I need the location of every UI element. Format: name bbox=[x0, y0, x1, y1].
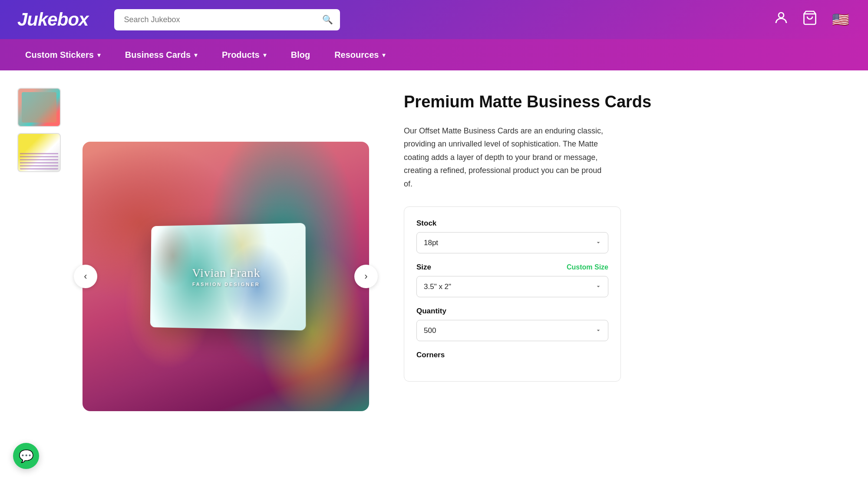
chat-button[interactable]: 💬 bbox=[13, 443, 39, 469]
size-select[interactable]: 3.5" x 2" 2" x 3.5" 3" x 2" bbox=[416, 276, 608, 297]
search-icon: 🔍 bbox=[322, 14, 333, 25]
card-name-text: Vivian Frank bbox=[192, 266, 260, 279]
nav-item-business-cards[interactable]: Business Cards ▾ bbox=[113, 39, 210, 70]
stock-select[interactable]: 18pt 16pt 14pt 12pt bbox=[416, 232, 608, 253]
nav-label-products: Products bbox=[222, 50, 260, 60]
next-image-button[interactable]: › bbox=[354, 265, 378, 288]
size-row: Size Custom Size 3.5" x 2" 2" x 3.5" 3" … bbox=[416, 263, 608, 297]
header-actions: 🇺🇸 bbox=[773, 10, 851, 30]
product-details: Premium Matte Business Cards Our Offset … bbox=[386, 83, 851, 469]
chevron-down-icon: ▾ bbox=[382, 51, 386, 59]
chevron-down-icon: ▾ bbox=[263, 51, 267, 59]
config-panel: Stock 18pt 16pt 14pt 12pt Size Custom Si… bbox=[404, 206, 621, 382]
size-label: Size Custom Size bbox=[416, 263, 608, 272]
quantity-label: Quantity bbox=[416, 307, 608, 316]
quantity-row: Quantity 500 250 100 1000 bbox=[416, 307, 608, 341]
stock-row: Stock 18pt 16pt 14pt 12pt bbox=[416, 219, 608, 253]
thumbnail-list bbox=[17, 83, 65, 469]
product-description: Our Offset Matte Business Cards are an e… bbox=[404, 124, 612, 191]
corners-row: Corners bbox=[416, 351, 608, 359]
business-card-preview: Vivian Frank Fashion Designer bbox=[150, 223, 306, 330]
thumbnail-2[interactable] bbox=[17, 133, 61, 172]
nav-label-custom-stickers: Custom Stickers bbox=[25, 50, 94, 60]
custom-size-link[interactable]: Custom Size bbox=[567, 263, 608, 271]
search-container: 🔍 bbox=[114, 9, 340, 30]
account-icon[interactable] bbox=[773, 10, 789, 29]
product-image-area: ‹ Vivian Frank Fashion Designer › bbox=[83, 83, 369, 469]
svg-point-0 bbox=[779, 13, 784, 18]
chevron-down-icon: ▾ bbox=[194, 51, 198, 59]
product-title: Premium Matte Business Cards bbox=[404, 92, 851, 112]
main-nav: Custom Stickers ▾ Business Cards ▾ Produ… bbox=[0, 39, 868, 70]
nav-item-custom-stickers[interactable]: Custom Stickers ▾ bbox=[13, 39, 113, 70]
nav-item-blog[interactable]: Blog bbox=[279, 39, 322, 70]
stock-label: Stock bbox=[416, 219, 608, 228]
nav-label-blog: Blog bbox=[291, 50, 310, 60]
main-content: ‹ Vivian Frank Fashion Designer › Premiu… bbox=[0, 70, 868, 482]
site-header: Jukebox 🔍 🇺🇸 bbox=[0, 0, 868, 39]
product-image: Vivian Frank Fashion Designer bbox=[83, 142, 369, 411]
site-logo[interactable]: Jukebox bbox=[17, 9, 88, 30]
card-subtitle-text: Fashion Designer bbox=[192, 281, 260, 287]
nav-item-products[interactable]: Products ▾ bbox=[210, 39, 279, 70]
corners-label: Corners bbox=[416, 351, 608, 359]
chevron-down-icon: ▾ bbox=[97, 51, 101, 59]
nav-label-business-cards: Business Cards bbox=[125, 50, 191, 60]
prev-image-button[interactable]: ‹ bbox=[74, 265, 97, 288]
search-input[interactable] bbox=[114, 9, 340, 30]
nav-label-resources: Resources bbox=[334, 50, 379, 60]
thumbnail-1[interactable] bbox=[17, 88, 61, 127]
chat-icon: 💬 bbox=[19, 449, 34, 463]
cart-icon[interactable] bbox=[802, 10, 818, 29]
nav-item-resources[interactable]: Resources ▾ bbox=[322, 39, 398, 70]
quantity-select[interactable]: 500 250 100 1000 bbox=[416, 320, 608, 341]
country-flag[interactable]: 🇺🇸 bbox=[831, 10, 851, 30]
